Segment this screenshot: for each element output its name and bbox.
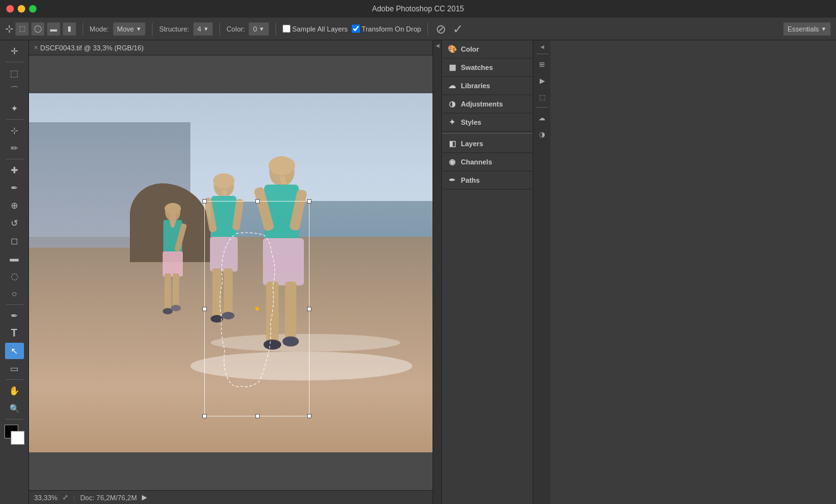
tool-dodge[interactable]: ○ [5,285,24,302]
color-panel-icon: 🎨 [447,44,457,54]
tool-history[interactable]: ↺ [5,215,24,231]
libraries-panel-icon: ☁ [447,81,457,91]
styles-panel-icon: ✦ [447,117,457,127]
tool-eraser[interactable]: ◻ [5,232,24,249]
structure-label: Structure: [159,25,189,33]
toolbox: ✛ ⬚ ⌒ ✦ ⊹ ✏ ✚ ✒ ⊕ ↺ ◻ ▬ ◌ ○ ✒ T ↖ ▭ ✋ 🔍 [0,40,29,504]
mode-select[interactable]: Move ▼ [113,22,146,36]
panel-icon-history[interactable]: ⊞ [535,57,550,72]
panel-icon-cloud[interactable]: ☁ [535,110,550,125]
svg-rect-15 [212,268,221,319]
marquee-row-btn[interactable]: ▬ [47,22,61,36]
tool-magic-wand[interactable]: ✦ [5,100,24,117]
panel-icon-arrange[interactable]: ▶ [535,73,550,88]
panel-icon-adjust[interactable]: ◑ [535,127,550,142]
svg-rect-14 [210,237,238,272]
tool-stamp[interactable]: ⊕ [5,197,24,214]
panel-header-layers[interactable]: ◧ Layers [442,135,533,152]
layers-panel-icon: ◧ [447,139,457,149]
tool-path-select[interactable]: ↖ [5,343,24,359]
cancel-button[interactable]: ⊘ [434,20,448,38]
tool-lasso[interactable]: ⌒ [5,83,24,99]
essentials-wrap: Essentials ▼ [783,22,831,36]
zoom-level: 33,33% [34,494,57,501]
right-panel: 🎨 Color ▦ Swatches ☁ Libraries [441,40,533,504]
svg-rect-3 [163,251,183,277]
svg-point-18 [222,312,235,319]
tool-eyedropper[interactable]: ✏ [5,140,24,156]
color-swatches[interactable] [4,425,25,445]
panel-icons-sidebar: ◀ ⊞ ▶ ⬚ ☁ ◑ [533,40,550,504]
adjustments-panel-icon: ◑ [447,99,457,109]
child2-figure [199,172,249,355]
svg-rect-24 [263,238,304,285]
panel-header-swatches[interactable]: ▦ Swatches [442,59,533,76]
tab-close-button[interactable]: × [34,44,38,51]
tool-shape[interactable]: ▭ [5,360,24,377]
zoom-icon[interactable]: ⤢ [62,493,68,501]
close-button[interactable] [6,5,14,13]
tool-move[interactable]: ✛ [5,43,24,59]
svg-rect-5 [173,273,179,308]
styles-panel-label: Styles [461,118,481,126]
svg-point-17 [211,315,223,323]
sample-all-layers-checkbox[interactable] [282,25,291,33]
tool-blur[interactable]: ◌ [5,268,24,284]
svg-rect-26 [285,282,296,341]
color-panel-label: Color [461,45,479,53]
main-area: ✛ ⬚ ⌒ ✦ ⊹ ✏ ✚ ✒ ⊕ ↺ ◻ ▬ ◌ ○ ✒ T ↖ ▭ ✋ 🔍 [0,40,836,504]
transform-on-drop-wrap: Transform On Drop [352,25,421,33]
panel-header-paths[interactable]: ✒ Paths [442,171,533,189]
panel-header-adjustments[interactable]: ◑ Adjustments [442,95,533,113]
tab-title: DSCF0043.tif @ 33,3% (RGB/16) [40,44,144,52]
paths-panel-label: Paths [461,176,480,184]
canvas-image [29,93,433,452]
marquee-col-btn[interactable]: ▮ [62,22,76,36]
traffic-lights [6,5,37,13]
tool-brush[interactable]: ✒ [5,180,24,196]
channels-panel-label: Channels [461,158,492,166]
panels-collapse-right[interactable]: ◀ [539,43,545,51]
sample-all-layers-wrap: Sample All Layers [282,25,348,33]
canvas-container[interactable] [29,55,433,490]
canvas-area: × DSCF0043.tif @ 33,3% (RGB/16) [29,40,433,504]
panel-section-color: 🎨 Color [442,40,533,59]
maximize-button[interactable] [29,5,37,13]
panel-header-libraries[interactable]: ☁ Libraries [442,77,533,94]
doc-info-arrow[interactable]: ▶ [142,493,147,501]
adjustments-panel-label: Adjustments [461,100,503,108]
tool-marquee[interactable]: ⬚ [5,65,24,81]
sample-all-layers-label: Sample All Layers [293,25,348,33]
panel-header-styles[interactable]: ✦ Styles [442,113,533,131]
structure-select[interactable]: 4 ▼ [193,22,213,36]
minimize-button[interactable] [18,5,25,13]
child1-figure [154,201,192,340]
tool-gradient[interactable]: ▬ [5,250,24,266]
confirm-button[interactable]: ✓ [451,20,465,38]
panel-section-swatches: ▦ Swatches [442,59,533,77]
panel-header-channels[interactable]: ◉ Channels [442,153,533,171]
tool-crop[interactable]: ⊹ [5,122,24,139]
marquee-rect-btn[interactable]: ⬚ [15,22,29,36]
color-select[interactable]: 0 ▼ [248,22,269,36]
panel-header-color[interactable]: 🎨 Color [442,40,533,58]
marquee-ellipse-btn[interactable]: ◯ [31,22,45,36]
svg-rect-25 [266,282,279,345]
tool-type[interactable]: T [5,325,24,341]
panel-section-styles: ✦ Styles [442,113,533,132]
tool-heal[interactable]: ✚ [5,162,24,178]
essentials-select[interactable]: Essentials ▼ [783,22,831,36]
tool-hand[interactable]: ✋ [5,382,24,399]
transform-on-drop-checkbox[interactable] [352,25,360,33]
panel-section-channels: ◉ Channels [442,153,533,171]
panels-collapse-left[interactable]: ◀ [433,40,441,504]
svg-point-11 [213,173,235,188]
libraries-panel-label: Libraries [461,82,490,89]
panel-icon-transform[interactable]: ⬚ [535,89,550,105]
tool-pen[interactable]: ✒ [5,307,24,324]
svg-point-9 [170,209,176,228]
tool-zoom[interactable]: 🔍 [5,400,24,416]
layers-panel-label: Layers [461,140,483,147]
background-color[interactable] [11,431,25,445]
color-label: Color: [226,25,245,33]
